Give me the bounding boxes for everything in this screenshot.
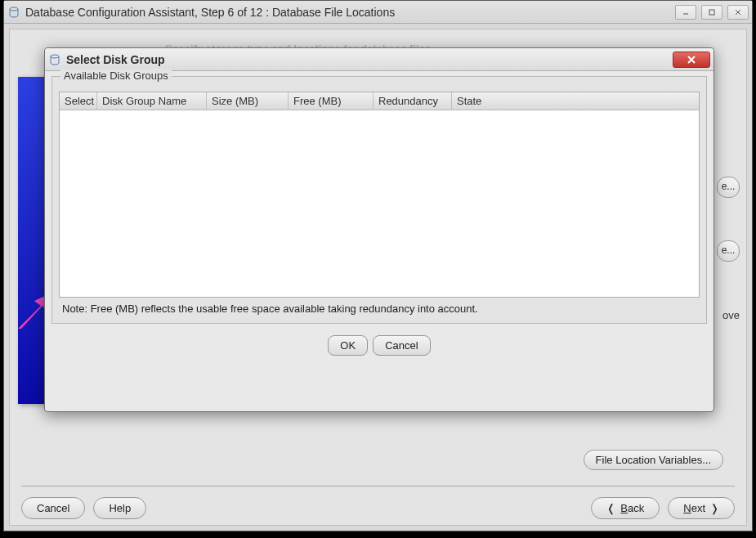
col-redundancy[interactable]: Redundancy	[374, 92, 452, 110]
occluded-label: ove	[722, 309, 740, 321]
browse-button-peek[interactable]: e...	[717, 177, 740, 198]
file-location-variables-button[interactable]: File Location Variables...	[584, 450, 723, 470]
help-button[interactable]: Help	[93, 497, 146, 519]
svg-point-5	[51, 55, 59, 58]
dialog-body: Available Disk Groups Select Disk Group …	[51, 76, 707, 405]
col-free[interactable]: Free (MB)	[289, 92, 374, 110]
parent-close-button[interactable]	[727, 5, 749, 20]
dialog-titlebar: Select Disk Group	[45, 48, 714, 71]
chevron-right-icon: ❭	[710, 502, 719, 514]
col-disk-group-name[interactable]: Disk Group Name	[97, 92, 207, 110]
wizard-button-bar: Cancel Help ❬ Back Next ❭	[21, 497, 735, 519]
browse-button-peek[interactable]: e...	[717, 240, 740, 262]
svg-rect-2	[709, 10, 714, 15]
back-button[interactable]: ❬ Back	[591, 497, 660, 519]
chevron-left-icon: ❬	[606, 502, 615, 514]
parent-titlebar: Database Configuration Assistant, Step 6…	[4, 1, 752, 24]
note-text: Note: Free (MB) reflects the usable free…	[59, 298, 700, 315]
window-controls	[675, 5, 749, 20]
table-body-empty	[60, 110, 699, 297]
available-disk-groups-group: Available Disk Groups Select Disk Group …	[51, 76, 707, 324]
select-disk-group-dialog: Select Disk Group Available Disk Groups …	[44, 47, 714, 412]
maximize-button[interactable]	[701, 5, 722, 20]
close-icon	[687, 55, 696, 65]
database-icon	[48, 53, 61, 66]
col-select[interactable]: Select	[60, 92, 97, 110]
svg-point-0	[10, 7, 18, 11]
dialog-actions: OK Cancel	[51, 335, 707, 356]
table-header: Select Disk Group Name Size (MB) Free (M…	[60, 92, 699, 110]
col-size[interactable]: Size (MB)	[207, 92, 289, 110]
close-button[interactable]	[673, 52, 710, 68]
minimize-button[interactable]	[675, 5, 696, 20]
group-legend: Available Disk Groups	[60, 69, 172, 82]
parent-window-title: Database Configuration Assistant, Step 6…	[25, 6, 395, 19]
disk-groups-table[interactable]: Select Disk Group Name Size (MB) Free (M…	[59, 92, 700, 298]
next-button[interactable]: Next ❭	[668, 497, 735, 519]
cancel-button[interactable]: Cancel	[21, 497, 85, 519]
dialog-title: Select Disk Group	[66, 53, 165, 66]
divider	[21, 486, 735, 486]
col-state[interactable]: State	[452, 92, 699, 110]
ok-button[interactable]: OK	[328, 335, 368, 356]
dialog-cancel-button[interactable]: Cancel	[373, 335, 430, 356]
database-icon	[7, 6, 20, 19]
